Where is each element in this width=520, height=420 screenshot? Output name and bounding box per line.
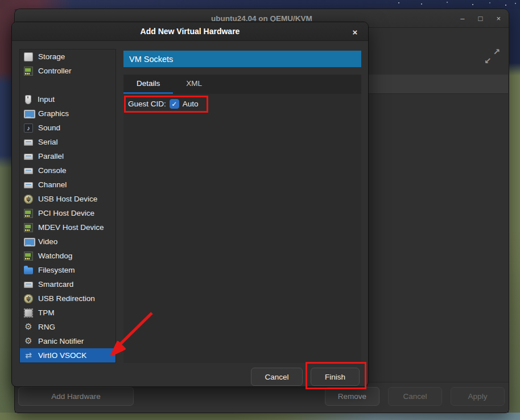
sidebar-item-filesystem[interactable]: Filesystem bbox=[20, 263, 115, 277]
sidebar-item-pci-host-device[interactable]: PCI Host Device bbox=[20, 206, 115, 220]
vm-apply-button[interactable]: Apply bbox=[451, 387, 505, 406]
sidebar-item-graphics[interactable]: Graphics bbox=[20, 106, 115, 121]
sidebar-item-console[interactable]: Console bbox=[20, 163, 115, 178]
auto-checkbox[interactable] bbox=[170, 99, 179, 109]
chip-icon bbox=[25, 310, 32, 316]
guest-cid-row: Guest CID: Auto bbox=[123, 94, 361, 109]
desktop-wallpaper-right bbox=[509, 0, 520, 420]
sidebar-item-storage[interactable]: Storage bbox=[20, 50, 115, 64]
disk-icon bbox=[24, 52, 33, 61]
sidebar-item-channel[interactable]: Channel bbox=[20, 178, 115, 192]
sidebar-item-usb-host-device[interactable]: USB Host Device bbox=[20, 192, 115, 206]
desktop-wallpaper-bottom bbox=[0, 413, 520, 420]
port-icon bbox=[24, 154, 33, 160]
port-icon bbox=[24, 182, 33, 188]
sidebar-item-label: Graphics bbox=[38, 109, 69, 118]
sidebar-item-label: Storage bbox=[38, 52, 65, 61]
arrows-icon bbox=[24, 351, 33, 360]
sidebar-item-label: Input bbox=[38, 95, 55, 104]
window-controls: – □ × bbox=[460, 9, 501, 27]
finish-button[interactable]: Finish bbox=[311, 368, 360, 386]
folder-icon bbox=[24, 267, 33, 274]
sidebar-item-spacer[interactable] bbox=[20, 78, 115, 92]
sidebar-item-serial[interactable]: Serial bbox=[20, 135, 115, 149]
pci-card-icon bbox=[24, 223, 33, 232]
expand-window-icon[interactable] bbox=[484, 48, 501, 65]
hardware-type-list: Storage Controller Input Graphics Sound … bbox=[19, 49, 116, 363]
add-hardware-button[interactable]: Add Hardware bbox=[18, 387, 134, 406]
port-icon bbox=[24, 282, 33, 288]
sidebar-item-label: Smartcard bbox=[38, 280, 73, 289]
wallpaper-stars bbox=[398, 2, 399, 3]
monitor-icon bbox=[24, 237, 33, 246]
panel-tabbar: Details XML bbox=[123, 75, 361, 94]
mouse-icon bbox=[25, 95, 31, 104]
usb-icon bbox=[24, 195, 33, 204]
remove-button[interactable]: Remove bbox=[325, 387, 379, 406]
auto-checkbox-label: Auto bbox=[183, 100, 199, 108]
tab-label: Details bbox=[137, 79, 160, 88]
maximize-icon[interactable]: □ bbox=[478, 15, 483, 22]
sidebar-item-label: Panic Notifier bbox=[38, 337, 84, 345]
panel-header-label: VM Sockets bbox=[129, 55, 173, 64]
sidebar-item-sound[interactable]: Sound bbox=[20, 121, 115, 135]
sidebar-item-label: PCI Host Device bbox=[38, 209, 94, 217]
add-hardware-dialog: Add New Virtual Hardware × Storage Contr… bbox=[11, 22, 369, 387]
sidebar-item-tpm[interactable]: TPM bbox=[20, 306, 115, 320]
sidebar-item-label: VirtIO VSOCK bbox=[38, 351, 86, 360]
sidebar-item-label: MDEV Host Device bbox=[38, 223, 104, 232]
sidebar-item-label: Sound bbox=[38, 123, 60, 132]
monitor-icon bbox=[24, 109, 33, 118]
pci-card-icon bbox=[24, 209, 33, 218]
pci-card-icon bbox=[24, 67, 33, 76]
dialog-title: Add New Virtual Hardware bbox=[141, 27, 240, 36]
port-icon bbox=[24, 168, 33, 174]
sidebar-item-controller[interactable]: Controller bbox=[20, 64, 115, 78]
gear-icon bbox=[24, 337, 33, 346]
tab-label: XML bbox=[186, 79, 202, 88]
guest-cid-label: Guest CID: bbox=[128, 100, 166, 108]
sidebar-item-smartcard[interactable]: Smartcard bbox=[20, 277, 115, 291]
sidebar-item-panic-notifier[interactable]: Panic Notifier bbox=[20, 334, 115, 348]
sidebar-item-video[interactable]: Video bbox=[20, 234, 115, 249]
close-icon[interactable]: × bbox=[496, 15, 501, 22]
sidebar-item-mdev-host-device[interactable]: MDEV Host Device bbox=[20, 220, 115, 234]
sidebar-item-label: Channel bbox=[38, 180, 67, 189]
port-icon bbox=[24, 139, 33, 146]
dialog-headerbar[interactable]: Add New Virtual Hardware × bbox=[12, 22, 368, 41]
sidebar-item-label: Filesystem bbox=[38, 266, 75, 274]
gear-icon bbox=[24, 323, 33, 332]
cancel-button[interactable]: Cancel bbox=[251, 368, 303, 386]
sidebar-item-input[interactable]: Input bbox=[20, 92, 115, 106]
sidebar-item-virtio-vsock[interactable]: VirtIO VSOCK bbox=[20, 348, 115, 363]
sidebar-item-label: Watchdog bbox=[38, 252, 72, 260]
usb-icon bbox=[24, 294, 33, 303]
sidebar-item-label: Controller bbox=[38, 67, 72, 75]
sidebar-item-label: Video bbox=[38, 237, 57, 246]
vm-cancel-button[interactable]: Cancel bbox=[388, 387, 442, 406]
sidebar-item-label: Serial bbox=[38, 138, 58, 146]
pci-card-icon bbox=[24, 252, 33, 261]
sidebar-item-label: Parallel bbox=[38, 152, 64, 160]
sidebar-item-parallel[interactable]: Parallel bbox=[20, 149, 115, 163]
panel-content: Guest CID: Auto bbox=[123, 94, 361, 363]
sidebar-item-label: RNG bbox=[38, 323, 55, 331]
sidebar-item-rng[interactable]: RNG bbox=[20, 320, 115, 334]
sidebar-item-watchdog[interactable]: Watchdog bbox=[20, 249, 115, 263]
desktop-wallpaper-top bbox=[0, 0, 520, 9]
tab-details[interactable]: Details bbox=[123, 75, 173, 94]
sidebar-item-usb-redirection[interactable]: USB Redirection bbox=[20, 291, 115, 306]
sidebar-item-label: TPM bbox=[38, 308, 55, 317]
sidebar-item-label: Console bbox=[38, 166, 67, 175]
dialog-close-icon[interactable]: × bbox=[349, 26, 361, 38]
panel-header: VM Sockets bbox=[123, 51, 361, 67]
sidebar-item-label: USB Redirection bbox=[38, 294, 95, 303]
speaker-icon bbox=[24, 123, 33, 133]
sidebar-item-label: USB Host Device bbox=[38, 195, 97, 203]
minimize-icon[interactable]: – bbox=[460, 15, 464, 22]
tab-xml[interactable]: XML bbox=[173, 75, 215, 94]
